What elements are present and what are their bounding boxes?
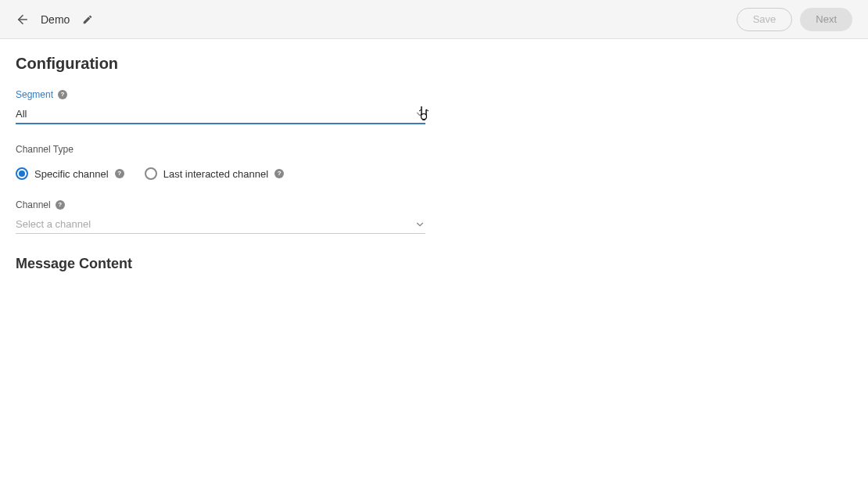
- radio-specific-label: Specific channel: [34, 168, 109, 180]
- channel-label: Channel ?: [16, 199, 65, 210]
- page-name: Demo: [41, 13, 70, 26]
- next-button[interactable]: Next: [800, 8, 852, 31]
- help-icon[interactable]: ?: [274, 169, 284, 178]
- segment-field-group: Segment ? All: [16, 87, 425, 124]
- top-bar-left: Demo: [16, 13, 93, 27]
- channel-field-group: Channel ? Select a channel: [16, 197, 425, 234]
- channel-select[interactable]: Select a channel: [16, 215, 425, 234]
- radio-last-interacted-channel[interactable]: Last interacted channel ?: [145, 167, 284, 180]
- channel-type-label: Channel Type: [16, 144, 74, 155]
- help-icon[interactable]: ?: [115, 169, 124, 178]
- edit-icon[interactable]: [82, 14, 93, 25]
- save-button[interactable]: Save: [737, 8, 793, 31]
- back-arrow-icon[interactable]: [16, 13, 30, 27]
- channel-type-label-text: Channel Type: [16, 144, 74, 155]
- radio-circle-icon: [16, 167, 28, 180]
- radio-circle-icon: [145, 167, 157, 180]
- segment-select-value: All: [16, 108, 27, 120]
- chevron-down-icon: [414, 219, 425, 230]
- main-content: Configuration Segment ? All Channel Type…: [0, 39, 868, 288]
- channel-type-field-group: Channel Type Specific channel ? Last int…: [16, 142, 425, 180]
- configuration-heading: Configuration: [16, 55, 852, 73]
- segment-label: Segment ?: [16, 89, 67, 100]
- help-icon[interactable]: ?: [56, 200, 65, 210]
- channel-select-placeholder: Select a channel: [16, 218, 91, 230]
- channel-label-text: Channel: [16, 199, 51, 210]
- chevron-down-icon: [414, 109, 425, 120]
- radio-last-interacted-label: Last interacted channel: [163, 168, 268, 180]
- segment-label-text: Segment: [16, 89, 53, 100]
- top-bar-right: Save Next: [737, 8, 852, 31]
- segment-select[interactable]: All: [16, 105, 425, 124]
- help-icon[interactable]: ?: [58, 90, 67, 99]
- message-content-heading: Message Content: [16, 256, 852, 272]
- top-bar: Demo Save Next: [0, 0, 868, 39]
- radio-specific-channel[interactable]: Specific channel ?: [16, 167, 124, 180]
- channel-type-radio-row: Specific channel ? Last interacted chann…: [16, 167, 425, 180]
